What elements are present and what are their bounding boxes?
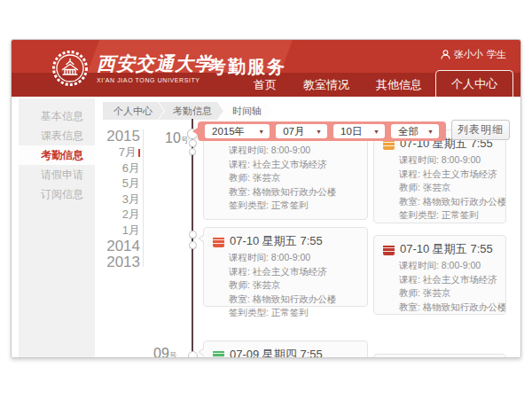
nav-tab-other-info[interactable]: 其他信息 — [363, 73, 435, 97]
main-nav: 首页 教室情况 其他信息 个人中心 — [240, 70, 513, 97]
breadcrumb-attendance-info[interactable]: 考勤信息 — [159, 102, 223, 120]
sidebar-item-schedule-info[interactable]: 课表信息 — [19, 126, 95, 145]
year-column-divider — [143, 129, 144, 267]
calendar-icon — [213, 236, 224, 247]
card-field: 教室: 格物致知行政办公楼 — [204, 293, 367, 307]
card-field: 签到类型: 正常签到 — [204, 199, 367, 213]
timeline-dot — [189, 139, 197, 147]
timeline-month-5[interactable]: 5月 — [93, 176, 140, 192]
card-field: 课程时间: 8:00-9:00 — [374, 259, 505, 273]
content-area: 基本信息 课表信息 考勤信息 请假申请 订阅信息 个人中心 考勤信息 时间轴 2… — [12, 97, 521, 358]
timeline-month-7[interactable]: 7月 — [93, 145, 140, 160]
card-field: 教室: 格物致知行政办公楼 — [374, 195, 505, 209]
timeline-dot — [189, 148, 196, 155]
card-field: 签到类型: 正常签到 — [374, 208, 505, 223]
sidebar-item-basic-info[interactable]: 基本信息 — [19, 106, 95, 126]
type-select[interactable]: 全部 ▼ — [391, 124, 439, 138]
year-select[interactable]: 2015年 ▼ — [205, 124, 270, 138]
university-logo-icon — [51, 49, 90, 88]
timeline-year-2013[interactable]: 2013 — [93, 254, 140, 270]
calendar-icon — [383, 244, 395, 255]
timeline-year-nav: 2015 7月 6月 5月 3月 2月 1月 2014 2013 — [93, 129, 140, 270]
day-select[interactable]: 10日 ▼ — [333, 124, 385, 138]
user-info[interactable]: 张小小 学生 — [441, 48, 506, 61]
card-field: 教师: 张芸京 — [374, 181, 505, 195]
card-field: 课程: 社会主义市场经济 — [374, 273, 505, 287]
card-field: 教师: 张芸京 — [204, 278, 367, 293]
chevron-down-icon: ▼ — [258, 129, 264, 135]
card-field: 课程时间: 8:00-9:00 — [374, 153, 505, 168]
nav-tab-personal-center[interactable]: 个人中心 — [435, 70, 513, 97]
timeline-month-3[interactable]: 3月 — [93, 192, 140, 207]
timeline-dot — [188, 351, 198, 358]
card-field: 签到类型: 正常签到 — [204, 306, 367, 320]
chevron-down-icon: ▼ — [427, 129, 434, 135]
timeline-year-2014[interactable]: 2014 — [93, 239, 140, 254]
user-name: 张小小 — [454, 48, 483, 61]
card-field: 课程: 社会主义市场经济 — [204, 265, 367, 279]
card-title: 07-10 星期五 7:55 — [230, 233, 323, 249]
chevron-down-icon: ▼ — [316, 129, 322, 135]
filter-bar: 2015年 ▼ 07月 ▼ 10日 ▼ 全部 ▼ — [198, 121, 446, 141]
list-detail-button[interactable]: 列表明细 — [451, 120, 510, 140]
card-field: 教室: 格物致知行政办公楼 — [204, 185, 367, 200]
person-icon — [441, 50, 450, 59]
chevron-down-icon: ▼ — [373, 129, 379, 135]
sidebar: 基本信息 课表信息 考勤信息 请假申请 订阅信息 — [19, 98, 95, 357]
nav-tab-home[interactable]: 首页 — [240, 73, 290, 97]
university-name-en: XI'AN JIAO TONG UNIVERSITY — [97, 77, 214, 83]
nav-tab-classrooms[interactable]: 教室情况 — [290, 73, 363, 97]
card-field: 签到类型: 正常签到 — [374, 314, 505, 315]
breadcrumb: 个人中心 考勤信息 时间轴 — [103, 102, 273, 120]
card-field: 课程: 社会主义市场经济 — [374, 168, 505, 182]
timeline-year-2015[interactable]: 2015 — [93, 129, 140, 145]
card-field: 课程时间: 8:00-9:00 — [204, 251, 367, 265]
timeline-month-1[interactable]: 1月 — [93, 223, 140, 239]
month-select[interactable]: 07月 ▼ — [276, 124, 327, 138]
timeline-month-2[interactable]: 2月 — [93, 207, 140, 223]
sidebar-item-attendance-info[interactable]: 考勤信息 — [19, 145, 95, 165]
card-field: 教师: 张芸京 — [204, 171, 367, 185]
card-title: 07-09 星期四 7:55 — [230, 347, 323, 358]
app-header: 西安交通大学 XI'AN JIAO TONG UNIVERSITY 考勤服务 张… — [12, 40, 520, 97]
card-field: 课程: 社会主义市场经济 — [204, 158, 367, 172]
timeline-month-6[interactable]: 6月 — [93, 160, 140, 176]
breadcrumb-timeline[interactable]: 时间轴 — [218, 102, 273, 120]
attendance-card[interactable]: 07-10 星期五 7:55 课程时间: 8:00-9:00 课程: 社会主义市… — [373, 129, 506, 223]
sidebar-item-subscription-info[interactable]: 订阅信息 — [19, 184, 95, 204]
attendance-card[interactable]: 07-10 星期五 7:55 课程时间: 8:00-9:00 课程: 社会主义市… — [203, 227, 368, 307]
user-role: 学生 — [487, 48, 506, 61]
card-field: 教室: 格物致知行政办公楼 — [374, 301, 505, 315]
timeline-dot — [189, 231, 197, 239]
university-name-block: 西安交通大学 XI'AN JIAO TONG UNIVERSITY — [97, 51, 214, 83]
app-window: 西安交通大学 XI'AN JIAO TONG UNIVERSITY 考勤服务 张… — [11, 39, 521, 358]
calendar-icon — [213, 349, 224, 359]
day-marker-09: 09号 — [153, 346, 177, 358]
attendance-card[interactable] — [373, 354, 506, 358]
breadcrumb-personal-center[interactable]: 个人中心 — [103, 102, 164, 120]
card-title: 07-10 星期五 7:55 — [400, 241, 493, 257]
attendance-card[interactable]: 07-10 星期五 7:55 课程时间: 8:00-9:00 课程: 社会主义市… — [373, 235, 506, 315]
active-month-marker — [138, 149, 140, 157]
university-name-cn: 西安交通大学 — [97, 51, 214, 76]
timeline-dot — [189, 241, 197, 249]
attendance-card[interactable]: 07-09 星期四 7:55 — [203, 340, 368, 358]
sidebar-item-leave-request[interactable]: 请假申请 — [19, 165, 95, 184]
card-field: 教师: 张芸京 — [374, 286, 505, 301]
day-marker-10: 10号 — [165, 130, 189, 146]
